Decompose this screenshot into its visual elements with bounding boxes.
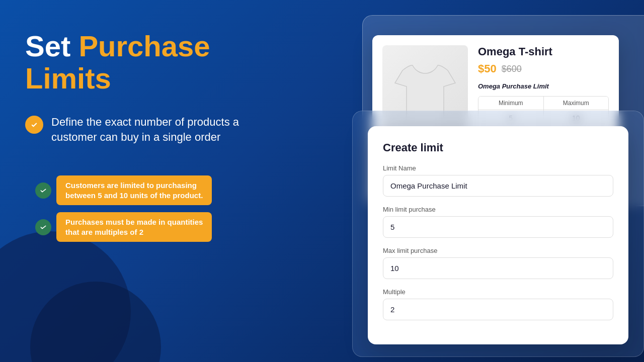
- max-limit-group: Max limit purchase: [383, 247, 613, 279]
- min-limit-group: Min limit purchase: [383, 206, 613, 238]
- multiple-input[interactable]: [383, 299, 613, 320]
- feature-description: Define the exact number of products a cu…: [51, 115, 287, 146]
- form-title: Create limit: [383, 141, 613, 154]
- check-svg-2: [39, 223, 47, 231]
- price-current: $50: [478, 62, 497, 75]
- min-limit-label: Min limit purchase: [383, 206, 613, 213]
- max-limit-label: Max limit purchase: [383, 247, 613, 254]
- limit-name-group: Limit Name: [383, 164, 613, 197]
- limit-name-label: Limit Name: [383, 164, 613, 172]
- list-item: Customers are limited to purchasingbetwe…: [35, 175, 287, 205]
- max-limit-input[interactable]: [383, 257, 613, 279]
- check-icon: [25, 116, 43, 134]
- limit-max-header: Maximum: [544, 97, 609, 110]
- hero-title: Set Purchase Limits: [25, 30, 287, 95]
- badge-check-icon-2: [35, 219, 51, 235]
- feature-item: Define the exact number of products a cu…: [25, 115, 287, 146]
- check-svg-1: [39, 187, 47, 195]
- form-card-wrapper: Create limit Limit Name Min limit purcha…: [352, 111, 644, 357]
- product-name: Omega T-shirt: [478, 45, 609, 58]
- limit-name-input[interactable]: [383, 175, 613, 197]
- hero-title-plain: Set: [25, 30, 78, 62]
- badges-container: Customers are limited to purchasingbetwe…: [25, 175, 287, 242]
- badge-check-icon-1: [35, 183, 51, 199]
- purchase-limit-label: Omega Purchase Limit: [478, 82, 609, 90]
- multiple-label: Multiple: [383, 288, 613, 296]
- checkmark-svg: [29, 120, 39, 130]
- badge-text-2: Purchases must be made in quantitiesthat…: [56, 212, 212, 242]
- svg-point-0: [30, 120, 39, 129]
- create-limit-form: Create limit Limit Name Min limit purcha…: [368, 126, 628, 344]
- list-item: Purchases must be made in quantitiesthat…: [35, 212, 287, 242]
- min-limit-input[interactable]: [383, 216, 613, 238]
- product-prices: $50 $600: [478, 62, 609, 75]
- badge-text-1: Customers are limited to purchasingbetwe…: [56, 175, 212, 205]
- left-panel: Set Purchase Limits Define the exact num…: [0, 0, 312, 362]
- price-original: $600: [502, 64, 522, 74]
- multiple-group: Multiple: [383, 288, 613, 320]
- limit-min-header: Minimum: [478, 97, 544, 110]
